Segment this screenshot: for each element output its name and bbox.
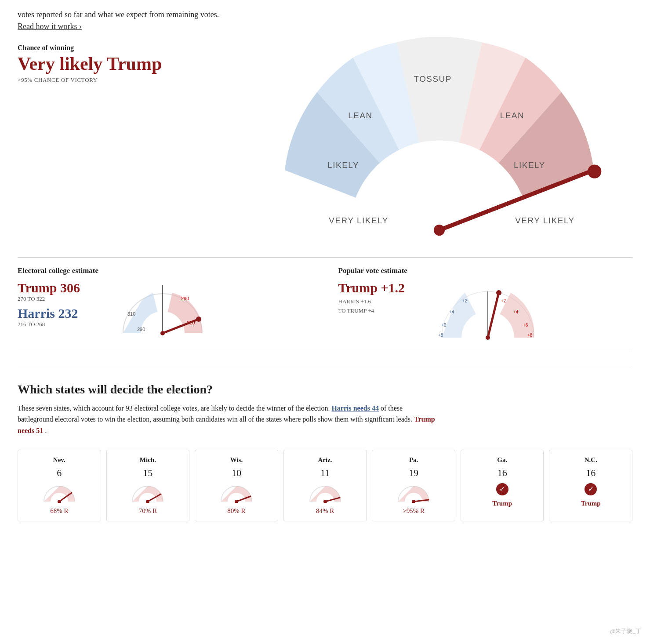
trump-popular-score: Trump +1.2 xyxy=(338,280,426,295)
svg-text:LIKELY: LIKELY xyxy=(514,160,545,170)
harris-electoral-score: Harris 232 xyxy=(18,306,105,321)
svg-text:VERY LIKELY: VERY LIKELY xyxy=(515,216,575,225)
state-card-wis: Wis. 10 80% R xyxy=(195,450,278,521)
svg-text:+2: +2 xyxy=(462,298,468,303)
winning-text: Very likely Trump xyxy=(18,54,229,74)
section-divider xyxy=(18,257,632,258)
svg-point-33 xyxy=(486,335,490,340)
svg-point-20 xyxy=(160,331,165,335)
state-votes-ga: 16 xyxy=(465,467,539,479)
state-votes-ariz: 11 xyxy=(288,467,362,479)
states-desc-period: . xyxy=(45,427,47,434)
harris-popular-line: HARRIS +1.6 xyxy=(338,297,426,306)
svg-text:TOSSUP: TOSSUP xyxy=(414,74,452,84)
popular-details: HARRIS +1.6 TO TRUMP +4 xyxy=(338,297,426,316)
svg-text:+6: +6 xyxy=(523,323,528,327)
state-pct-wis: 80% R xyxy=(200,507,273,515)
svg-text:310: 310 xyxy=(127,311,135,317)
how-it-works-link[interactable]: Read how it works › xyxy=(18,22,82,31)
state-votes-pa: 19 xyxy=(377,467,450,479)
state-gauge-pa xyxy=(377,483,450,503)
state-votes-wis: 10 xyxy=(200,467,273,479)
intro-text: votes reported so far and what we expect… xyxy=(18,9,229,33)
state-pct-nev: 68% R xyxy=(22,507,96,515)
state-gauge-nev xyxy=(22,483,96,503)
intro-body: votes reported so far and what we expect… xyxy=(18,10,219,19)
harris-needs-link[interactable]: Harris needs 44 xyxy=(331,404,379,412)
winner-check-ga: ✓ xyxy=(496,483,508,495)
electoral-numbers: Trump 306 270 TO 322 Harris 232 216 TO 2… xyxy=(18,280,105,331)
svg-text:+6: +6 xyxy=(441,323,447,327)
state-name-mich: Mich. xyxy=(111,456,185,464)
state-winner-badge-nc: ✓ xyxy=(554,483,628,497)
states-desc-part1: These seven states, which account for 93… xyxy=(18,404,331,412)
section-divider-2 xyxy=(18,369,632,369)
states-section: Which states will decide the election? T… xyxy=(18,382,632,521)
main-gauge-svg: VERY LIKELY LIKELY LEAN TOSSUP LEAN LIKE… xyxy=(246,37,632,244)
svg-text:+4: +4 xyxy=(513,309,519,314)
state-winner-ga: Trump xyxy=(465,500,539,507)
svg-point-9 xyxy=(588,164,601,178)
trump-electoral-score: Trump 306 xyxy=(18,280,105,295)
svg-text:VERY LIKELY: VERY LIKELY xyxy=(329,216,389,225)
state-pct-mich: 70% R xyxy=(111,507,185,515)
main-gauge-panel: VERY LIKELY LIKELY LEAN TOSSUP LEAN LIKE… xyxy=(246,37,632,244)
state-card-mich: Mich. 15 70% R xyxy=(106,450,190,521)
chance-pct: >95% CHANCE OF VICTORY xyxy=(18,76,229,84)
svg-text:+4: +4 xyxy=(449,309,454,314)
state-name-wis: Wis. xyxy=(200,456,273,464)
state-winner-nc: Trump xyxy=(554,500,628,507)
trump-popular-line: TO TRUMP +4 xyxy=(338,306,426,316)
svg-point-10 xyxy=(434,225,445,236)
popular-title: Popular vote estimate xyxy=(338,266,633,275)
svg-text:290: 290 xyxy=(181,296,189,301)
state-name-nev: Nev. xyxy=(22,456,96,464)
trump-electoral-range: 270 TO 322 xyxy=(18,295,105,302)
how-it-works-label: Read how it works › xyxy=(18,22,82,31)
state-gauge-mich xyxy=(111,483,185,503)
svg-text:+2: +2 xyxy=(501,298,506,303)
state-pct-pa: >95% R xyxy=(377,507,450,515)
state-name-nc: N.C. xyxy=(554,456,628,464)
svg-text:LEAN: LEAN xyxy=(500,111,524,120)
state-name-ariz: Ariz. xyxy=(288,456,362,464)
svg-text:LIKELY: LIKELY xyxy=(327,160,359,170)
electoral-title: Electoral college estimate xyxy=(18,266,312,275)
state-votes-nev: 6 xyxy=(22,467,96,479)
state-winner-badge-ga: ✓ xyxy=(465,483,539,497)
estimates-section: Electoral college estimate Trump 306 270… xyxy=(18,266,632,351)
states-description: These seven states, which account for 93… xyxy=(18,403,439,437)
chance-label: Chance of winning xyxy=(18,44,229,52)
svg-text:LEAN: LEAN xyxy=(348,111,372,120)
state-card-ariz: Ariz. 11 84% R xyxy=(283,450,367,521)
popular-block: Popular vote estimate Trump +1.2 HARRIS … xyxy=(338,266,633,342)
state-votes-nc: 16 xyxy=(554,467,628,479)
popular-gauge-svg: +2 +4 +6 +8 +2 +4 +6 +8 xyxy=(435,280,541,342)
svg-text:290: 290 xyxy=(137,327,145,332)
state-gauge-ariz xyxy=(288,483,362,503)
state-card-pa: Pa. 19 >95% R xyxy=(372,450,455,521)
svg-text:+8: +8 xyxy=(438,333,443,338)
state-pct-ariz: 84% R xyxy=(288,507,362,515)
state-card-nc: N.C. 16 ✓ Trump xyxy=(549,450,632,521)
states-title: Which states will decide the election? xyxy=(18,382,632,397)
harris-electoral-range: 216 TO 268 xyxy=(18,321,105,328)
winner-check-nc: ✓ xyxy=(585,483,597,495)
electoral-gauge-svg: 290 290 310 310 xyxy=(114,280,211,338)
electoral-block: Electoral college estimate Trump 306 270… xyxy=(18,266,312,342)
state-gauge-wis xyxy=(200,483,273,503)
state-votes-mich: 15 xyxy=(111,467,185,479)
svg-point-19 xyxy=(196,317,201,322)
left-panel: Chance of winning Very likely Trump >95%… xyxy=(18,37,229,84)
svg-point-32 xyxy=(496,290,501,295)
popular-numbers: Trump +1.2 HARRIS +1.6 TO TRUMP +4 xyxy=(338,280,426,316)
state-name-ga: Ga. xyxy=(465,456,539,464)
svg-text:+8: +8 xyxy=(527,333,533,338)
state-name-pa: Pa. xyxy=(377,456,450,464)
states-grid: Nev. 6 68% R Mich. 15 xyxy=(18,450,632,521)
state-card-ga: Ga. 16 ✓ Trump xyxy=(461,450,544,521)
state-card-nev: Nev. 6 68% R xyxy=(18,450,101,521)
